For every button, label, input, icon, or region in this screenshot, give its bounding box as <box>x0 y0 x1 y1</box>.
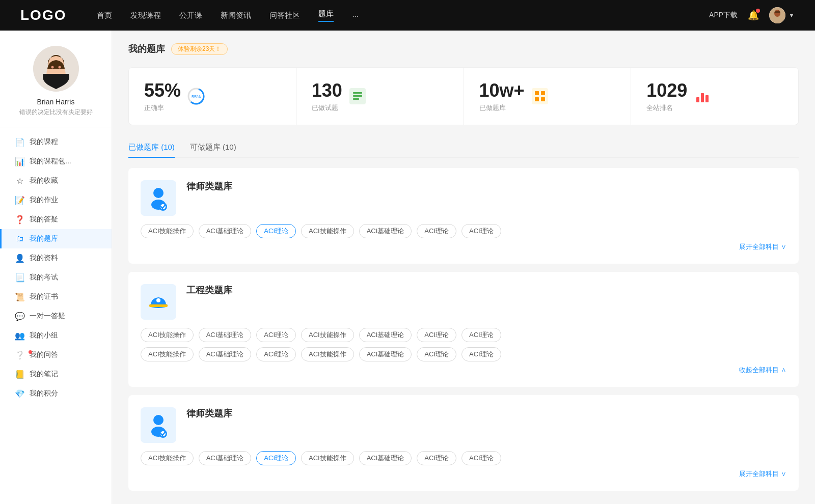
nav-discover[interactable]: 发现课程 <box>130 11 161 20</box>
nav-home[interactable]: 首页 <box>97 11 112 20</box>
tag-item[interactable]: ACI理论 <box>256 328 296 342</box>
sidebar-item-exam[interactable]: 📃 我的考试 <box>0 268 112 287</box>
tag-item[interactable]: ACI基础理论 <box>359 347 412 361</box>
header-right: APP下载 🔔 ▼ <box>709 7 795 23</box>
avatar-chevron-icon: ▼ <box>789 12 795 19</box>
sidebar-item-notes[interactable]: 📒 我的笔记 <box>0 365 112 384</box>
tag-item[interactable]: ACI技能操作 <box>301 347 354 361</box>
tab-done-banks[interactable]: 已做题库 (10) <box>128 137 175 157</box>
svg-rect-12 <box>353 95 362 97</box>
tag-item[interactable]: ACI理论 <box>461 347 501 361</box>
tag-item[interactable]: ACI基础理论 <box>359 328 412 342</box>
sidebar-item-group[interactable]: 👥 我的小组 <box>0 326 112 345</box>
nav-open-course[interactable]: 公开课 <box>179 11 202 20</box>
app-download-button[interactable]: APP下载 <box>709 11 738 20</box>
sidebar-label-group: 我的小组 <box>30 331 58 340</box>
stat-done-banks: 10w+ 已做题库 <box>464 68 632 125</box>
tag-item[interactable]: ACI理论 <box>461 451 501 465</box>
sidebar-item-questions[interactable]: ❔ 我的问答 <box>0 345 112 365</box>
doc-icon: 📃 <box>15 273 24 282</box>
svg-text:55%: 55% <box>192 94 201 99</box>
tag-item[interactable]: ACI基础理论 <box>359 224 412 238</box>
expand-link-engineer[interactable]: 收起全部科目 ∧ <box>739 366 786 375</box>
stat-accuracy-label: 正确率 <box>144 103 181 113</box>
expand-row-lawyer-2: 展开全部科目 ∨ <box>141 469 786 479</box>
svg-rect-20 <box>701 93 704 102</box>
nav-news[interactable]: 新闻资讯 <box>221 11 251 20</box>
chart-circle-icon: 55% <box>187 87 205 105</box>
nav: 首页 发现课程 公开课 新闻资讯 问答社区 题库 ··· <box>97 9 709 22</box>
svg-rect-15 <box>535 91 539 95</box>
profile-motto: 错误的决定比没有决定要好 <box>19 108 93 117</box>
tag-item-active[interactable]: ACI理论 <box>256 451 296 465</box>
tag-item[interactable]: ACI技能操作 <box>141 224 194 238</box>
bank-icon-lawyer-1 <box>141 180 176 216</box>
sidebar-item-bank[interactable]: 🗂 我的题库 <box>0 229 112 248</box>
tag-item[interactable]: ACI技能操作 <box>141 451 194 465</box>
sidebar-menu: 📄 我的课程 📊 我的课程包... ☆ 我的收藏 📝 我的作业 ❓ 我的答疑 🗂 <box>0 127 112 408</box>
sidebar-item-qa[interactable]: ❓ 我的答疑 <box>0 210 112 229</box>
page-wrap: Brian Harris 错误的决定比没有决定要好 📄 我的课程 📊 我的课程包… <box>0 31 815 504</box>
expand-row-engineer: 收起全部科目 ∧ <box>141 366 786 375</box>
tag-item-active[interactable]: ACI理论 <box>256 224 296 238</box>
sidebar-item-points[interactable]: 💎 我的积分 <box>0 384 112 403</box>
nav-qa[interactable]: 问答社区 <box>269 11 300 20</box>
sidebar-item-homework[interactable]: 📝 我的作业 <box>0 190 112 210</box>
tag-item[interactable]: ACI基础理论 <box>359 451 412 465</box>
tag-item[interactable]: ACI基础理论 <box>199 328 252 342</box>
sidebar-item-favorites[interactable]: ☆ 我的收藏 <box>0 171 112 190</box>
svg-rect-27 <box>149 304 168 307</box>
notification-button[interactable]: 🔔 <box>748 10 759 21</box>
tag-item[interactable]: ACI理论 <box>461 328 501 342</box>
tag-item[interactable]: ACI技能操作 <box>301 451 354 465</box>
svg-point-22 <box>153 188 164 198</box>
sidebar-label-notes: 我的笔记 <box>30 370 58 379</box>
page-header: 我的题库 体验剩余23天！ <box>128 43 799 55</box>
tag-item[interactable]: ACI理论 <box>417 224 456 238</box>
bar-icon: 📊 <box>15 157 24 166</box>
tag-item[interactable]: ACI基础理论 <box>199 347 252 361</box>
tag-item[interactable]: ACI技能操作 <box>301 224 354 238</box>
tag-item[interactable]: ACI理论 <box>417 328 456 342</box>
sidebar-item-certificate[interactable]: 📜 我的证书 <box>0 287 112 306</box>
svg-rect-17 <box>535 97 539 101</box>
tag-item[interactable]: ACI理论 <box>256 347 296 361</box>
nav-bank[interactable]: 题库 <box>318 9 334 22</box>
svg-point-28 <box>156 298 160 302</box>
user-icon: 👤 <box>15 254 24 263</box>
tag-item[interactable]: ACI基础理论 <box>199 224 252 238</box>
tab-available-banks[interactable]: 可做题库 (10) <box>190 137 236 157</box>
expand-link-lawyer-2[interactable]: 展开全部科目 ∨ <box>739 469 786 479</box>
tag-item[interactable]: ACI理论 <box>461 224 501 238</box>
sidebar-item-profile[interactable]: 👤 我的资料 <box>0 248 112 268</box>
tag-item[interactable]: ACI基础理论 <box>199 451 252 465</box>
notification-dot <box>756 9 760 13</box>
tag-item[interactable]: ACI技能操作 <box>141 347 194 361</box>
tabs-row: 已做题库 (10) 可做题库 (10) <box>128 137 799 158</box>
stat-accuracy-value: 55% <box>144 80 181 101</box>
stat-done-banks-value: 10w+ <box>479 80 525 101</box>
sidebar-item-course-package[interactable]: 📊 我的课程包... <box>0 152 112 171</box>
sidebar-label-profile: 我的资料 <box>30 254 58 263</box>
sidebar-item-1on1[interactable]: 💬 一对一答疑 <box>0 306 112 326</box>
expand-link-lawyer-1[interactable]: 展开全部科目 ∨ <box>739 242 786 251</box>
stat-done-questions-value: 130 <box>312 80 342 101</box>
tag-item[interactable]: ACI技能操作 <box>301 328 354 342</box>
bank-header-lawyer-1: 律师类题库 <box>141 180 786 216</box>
tags-engineer-row1: ACI技能操作 ACI基础理论 ACI理论 ACI技能操作 ACI基础理论 AC… <box>141 328 786 342</box>
stat-done-questions-label: 已做试题 <box>312 103 342 113</box>
trial-badge: 体验剩余23天！ <box>171 43 228 55</box>
svg-rect-16 <box>541 91 545 95</box>
nav-more[interactable]: ··· <box>352 11 359 20</box>
sidebar-item-courses[interactable]: 📄 我的课程 <box>0 132 112 152</box>
tags-lawyer-1: ACI技能操作 ACI基础理论 ACI理论 ACI技能操作 ACI基础理论 AC… <box>141 224 786 238</box>
tag-item[interactable]: ACI技能操作 <box>141 328 194 342</box>
user-avatar-area[interactable]: ▼ <box>769 7 795 23</box>
tags-lawyer-2: ACI技能操作 ACI基础理论 ACI理论 ACI技能操作 ACI基础理论 AC… <box>141 451 786 465</box>
tag-item[interactable]: ACI理论 <box>417 347 456 361</box>
note-icon: 📒 <box>15 370 24 379</box>
header: LOGO 首页 发现课程 公开课 新闻资讯 问答社区 题库 ··· APP下载 … <box>0 0 815 31</box>
stat-done-banks-label: 已做题库 <box>479 103 525 113</box>
tag-item[interactable]: ACI理论 <box>417 451 456 465</box>
profile-avatar <box>33 46 79 92</box>
